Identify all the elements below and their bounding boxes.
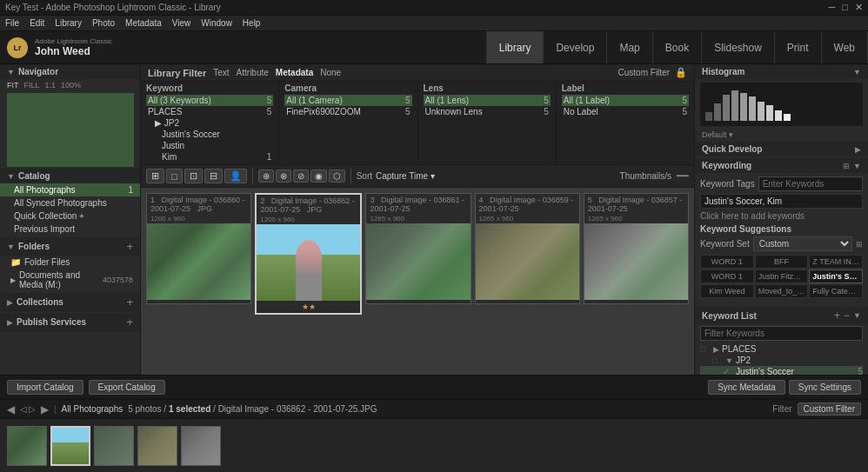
survey-view-btn[interactable]: ⊟ bbox=[204, 169, 223, 183]
filmstrip-thumb-4[interactable] bbox=[137, 426, 177, 466]
suggestion-word1[interactable]: WORD 1 bbox=[700, 255, 754, 269]
keyword-list-header[interactable]: Keyword List + − ▼ bbox=[695, 307, 868, 324]
menu-library[interactable]: Library bbox=[55, 18, 82, 28]
quick-develop-header[interactable]: Quick Develop ▶ bbox=[695, 142, 868, 156]
close-btn[interactable]: ✕ bbox=[855, 2, 863, 13]
menu-edit[interactable]: Edit bbox=[30, 18, 44, 28]
keyword-tree-jp2[interactable]: □ ▼ JP2 bbox=[700, 355, 863, 366]
sync-metadata-btn[interactable]: Sync Metadata bbox=[708, 380, 785, 395]
custom-filter-label[interactable]: Custom Filter bbox=[618, 68, 670, 77]
import-catalog-btn[interactable]: Import Catalog bbox=[7, 380, 83, 395]
maximize-btn[interactable]: □ bbox=[842, 2, 848, 13]
sort-value[interactable]: Capture Time ▾ bbox=[376, 171, 435, 181]
toolbar-icon1[interactable]: ⊕ bbox=[258, 170, 274, 183]
toolbar-icon4[interactable]: ◉ bbox=[310, 170, 327, 183]
module-book[interactable]: Book bbox=[652, 31, 701, 63]
keyword-filter-all[interactable]: All (3 Keywords) 5 bbox=[146, 95, 273, 106]
menu-view[interactable]: View bbox=[172, 18, 191, 28]
camera-filter-all[interactable]: All (1 Camera) 5 bbox=[284, 95, 411, 106]
menu-window[interactable]: Window bbox=[201, 18, 232, 28]
catalog-item-all[interactable]: All Photographs 1 bbox=[0, 183, 140, 196]
folder-files-item[interactable]: 📁 Folder Files bbox=[0, 256, 140, 269]
suggestion-word1b[interactable]: WORD 1 bbox=[700, 269, 754, 283]
folders-header[interactable]: ▼ Folders + bbox=[0, 237, 140, 256]
module-print[interactable]: Print bbox=[774, 31, 821, 63]
keywording-expand[interactable]: ⊞ bbox=[843, 162, 850, 170]
catalog-item-quick[interactable]: Quick Collection + bbox=[0, 209, 140, 223]
suggestion-moved[interactable]: Moved_to_Final_Fo... bbox=[755, 284, 809, 298]
label-filter-all[interactable]: All (1 Label) 5 bbox=[562, 95, 689, 106]
status-arrow-right[interactable]: ▷ bbox=[29, 404, 36, 414]
keyword-tags-input[interactable] bbox=[758, 176, 863, 191]
suggestion-kim-weed[interactable]: Kim Weed bbox=[700, 284, 754, 298]
minimize-btn[interactable]: ─ bbox=[829, 2, 836, 13]
photo-cell-3[interactable]: 3 Digital Image - 036861 - 2001-07-25 12… bbox=[365, 193, 471, 304]
compare-view-btn[interactable]: ⊡ bbox=[184, 169, 203, 183]
navigator-header[interactable]: ▼ Navigator bbox=[0, 64, 140, 79]
keywording-header[interactable]: Keywording ⊞ ▼ bbox=[695, 158, 868, 173]
keyword-filter-justin[interactable]: Justin bbox=[146, 140, 273, 151]
collections-header[interactable]: ▶ Collections + bbox=[0, 293, 140, 311]
filmstrip-thumb-3[interactable] bbox=[94, 426, 134, 466]
fit-option[interactable]: FIT bbox=[7, 81, 19, 90]
keyword-set-expand[interactable]: ⊞ bbox=[856, 240, 863, 249]
menu-metadata[interactable]: Metadata bbox=[125, 18, 162, 28]
lens-filter-unknown[interactable]: Unknown Lens 5 bbox=[424, 106, 551, 117]
collections-add-btn[interactable]: + bbox=[126, 296, 133, 309]
filmstrip-thumb-5[interactable] bbox=[181, 426, 221, 466]
module-develop[interactable]: Develop bbox=[543, 31, 606, 63]
menu-file[interactable]: File bbox=[5, 18, 19, 28]
suggestion-justins-soccer[interactable]: Justin's Soccer bbox=[809, 269, 863, 283]
people-view-btn[interactable]: 👤 bbox=[224, 169, 247, 183]
toolbar-icon3[interactable]: ⊘ bbox=[293, 170, 309, 183]
publish-add-btn[interactable]: + bbox=[126, 316, 133, 329]
camera-filter-finepix[interactable]: FinePix6900ZOOM 5 bbox=[284, 106, 411, 117]
loupe-view-btn[interactable]: □ bbox=[166, 169, 183, 183]
module-map[interactable]: Map bbox=[606, 31, 651, 63]
keyword-filter-jp2[interactable]: ▶ JP2 bbox=[146, 117, 273, 129]
grid-view-btn[interactable]: ⊞ bbox=[146, 169, 164, 183]
export-catalog-btn[interactable]: Export Catalog bbox=[89, 380, 165, 395]
folder-docs-item[interactable]: ▶ Documents and Media (M:) 4037578 bbox=[0, 269, 140, 291]
custom-filter-btn[interactable]: Custom Filter bbox=[798, 402, 861, 415]
keyword-list-search[interactable] bbox=[700, 326, 863, 341]
catalog-item-synced[interactable]: All Synced Photographs bbox=[0, 196, 140, 209]
module-web[interactable]: Web bbox=[821, 31, 868, 63]
keyword-filter-places[interactable]: PLACES 5 bbox=[146, 106, 273, 117]
filter-tab-attribute[interactable]: Attribute bbox=[237, 68, 269, 77]
menu-help[interactable]: Help bbox=[243, 18, 261, 28]
label-filter-nolabel[interactable]: No Label 5 bbox=[562, 106, 689, 117]
thumbnail-slider-icon[interactable]: ━━ bbox=[677, 170, 689, 182]
filter-tab-metadata[interactable]: Metadata bbox=[276, 68, 313, 77]
click-here-add[interactable]: Click here to add keywords bbox=[700, 211, 863, 221]
lens-filter-all[interactable]: All (1 Lens) 5 bbox=[424, 95, 551, 106]
photo-cell-2[interactable]: 2 Digital Image - 036862 - 2001-07-25 JP… bbox=[255, 193, 362, 315]
menu-photo[interactable]: Photo bbox=[92, 18, 115, 28]
keyword-filter-kim[interactable]: Kim 1 bbox=[146, 151, 273, 163]
module-library[interactable]: Library bbox=[486, 31, 544, 63]
filmstrip-thumb-1[interactable] bbox=[7, 426, 47, 466]
1to1-option[interactable]: 1:1 bbox=[45, 81, 57, 90]
sync-settings-btn[interactable]: Sync Settings bbox=[789, 380, 861, 395]
keyword-list-remove[interactable]: − bbox=[844, 309, 850, 322]
suggestion-zteam[interactable]: Z TEAM INCLUDING bbox=[809, 255, 863, 269]
filter-lock-icon[interactable]: 🔒 bbox=[675, 67, 687, 78]
histogram-header[interactable]: Histogram ▼ bbox=[695, 64, 868, 79]
photo-cell-5[interactable]: 5 Digital Image - 036857 - 2001-07-25 12… bbox=[584, 193, 689, 304]
catalog-item-previous[interactable]: Previous Import bbox=[0, 223, 140, 236]
fill-option[interactable]: FILL bbox=[24, 81, 40, 90]
toolbar-icon5[interactable]: ⬡ bbox=[329, 170, 345, 183]
filter-tab-none[interactable]: None bbox=[320, 68, 341, 77]
keyword-tree-places[interactable]: □ ▶ PLACES bbox=[700, 343, 863, 355]
publish-services-header[interactable]: ▶ Publish Services + bbox=[0, 313, 140, 331]
zoom-level[interactable]: 100% bbox=[61, 81, 81, 90]
status-nav-fwd[interactable]: ▶ bbox=[41, 403, 49, 415]
keyword-list-add[interactable]: + bbox=[834, 309, 840, 322]
catalog-header[interactable]: ▼ Catalog bbox=[0, 169, 140, 183]
photo-cell-1[interactable]: 1 Digital Image - 036860 - 2001-07-25 JP… bbox=[146, 193, 251, 304]
folders-add-btn[interactable]: + bbox=[126, 240, 133, 253]
keyword-filter-justins-soccer[interactable]: Justin's Soccer bbox=[146, 129, 273, 140]
all-photos-label[interactable]: All Photographs bbox=[62, 404, 124, 414]
module-slideshow[interactable]: Slideshow bbox=[701, 31, 774, 63]
suggestion-justin-fitz[interactable]: Justin Fitzgerald bbox=[755, 269, 809, 283]
